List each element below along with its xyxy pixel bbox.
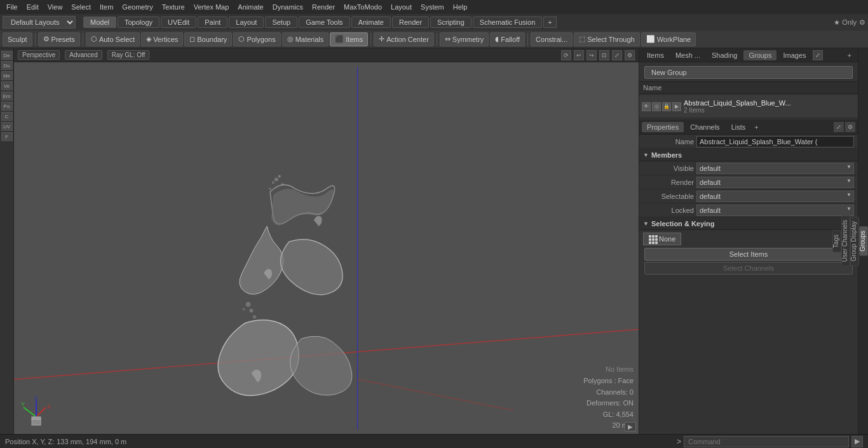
menu-animate[interactable]: Animate [234,2,267,12]
sidebar-btn-3[interactable]: Me [1,71,13,80]
menu-file[interactable]: File [3,2,22,12]
panel-tab-groups[interactable]: Groups [743,50,776,60]
menu-item[interactable]: Item [96,2,117,12]
tab-uvedit[interactable]: UVEdit [161,17,196,28]
props-tab-plus[interactable]: + [754,123,758,131]
presets-button[interactable]: ⚙ Presets [38,32,80,46]
viewport-advanced-btn[interactable]: Advanced [65,50,102,60]
workplane-button[interactable]: ⬜ WorkPlane [641,32,696,46]
tab-layout[interactable]: Layout [229,17,264,28]
materials-button[interactable]: ◎ Materials [282,32,329,46]
action-center-button[interactable]: ✛ Action Center [374,32,434,46]
polygons-button[interactable]: ⬡ Polygons [233,32,280,46]
panel-tab-images[interactable]: Images [778,50,811,60]
viewport-rotate-icon[interactable]: ⟳ [561,50,571,60]
menu-vertex-map[interactable]: Vertex Map [190,2,233,12]
sidebar-btn-1[interactable]: De [1,51,13,60]
strip-tab-groups[interactable]: Groups [859,226,868,256]
sculpt-button[interactable]: Sculpt [3,32,32,46]
gear-icon[interactable]: ⚙ [859,18,865,27]
tab-schematic-fusion[interactable]: Schematic Fusion [473,17,542,28]
strip-tab-user-channels[interactable]: User Channels [841,215,850,266]
auto-select-button[interactable]: ⬡ Auto Select [86,32,140,46]
group-render-icon[interactable]: ◎ [652,102,661,111]
command-input[interactable] [684,436,849,447]
menu-help[interactable]: Help [449,2,471,12]
group-arrow-icon[interactable]: ▶ [672,102,681,111]
command-run-button[interactable]: ▶ [851,436,863,447]
menu-texture[interactable]: Texture [158,2,189,12]
strip-tab-group-display[interactable]: Group Display [850,217,859,266]
layout-dropdown[interactable]: Default Layouts [3,16,76,29]
props-tab-lists[interactable]: Lists [726,122,751,132]
render-select[interactable]: default [696,177,854,188]
strip-tab-tags[interactable]: Tags [832,230,841,252]
menu-render[interactable]: Render [308,2,339,12]
viewport-undo-icon[interactable]: ↩ [574,50,584,60]
tab-topology[interactable]: Topology [118,17,159,28]
tab-paint[interactable]: Paint [198,17,227,28]
props-tab-properties[interactable]: Properties [642,122,684,132]
menu-edit[interactable]: Edit [23,2,43,12]
group-eye-icon[interactable]: 👁 [642,102,651,111]
menu-maxtomodo[interactable]: MaxToModo [340,2,386,12]
name-input[interactable] [696,136,854,147]
sidebar-btn-7[interactable]: C [1,112,13,121]
viewport-expand-btn[interactable]: ▶ [625,422,636,431]
viewport-expand-icon[interactable]: ⤢ [612,50,622,60]
symmetry-button[interactable]: ⇔ Symmetry [440,32,489,46]
viewport-fit-icon[interactable]: ⊡ [599,50,609,60]
panel-tab-mesh[interactable]: Mesh ... [670,50,705,60]
props-tab-channels[interactable]: Channels [685,122,724,132]
boundary-button[interactable]: ◻ Boundary [184,32,232,46]
tab-model[interactable]: Model [83,17,116,28]
select-items-button[interactable]: Select Items [644,248,853,261]
viewport-ray-gl-btn[interactable]: Ray GL: Off [107,50,150,60]
sidebar-btn-9[interactable]: F [1,132,13,141]
sidebar-btn-8[interactable]: UV [1,122,13,131]
select-through-button[interactable]: ⬚ Select Through [574,32,639,46]
members-section-header[interactable]: ▼ Members [639,149,858,161]
viewport-redo-icon[interactable]: ↪ [587,50,597,60]
tab-animate[interactable]: Animate [351,17,391,28]
menu-select[interactable]: Select [67,2,95,12]
panel-tab-items[interactable]: Items [642,50,669,60]
viewport-settings-icon[interactable]: ⚙ [625,50,635,60]
props-settings-icon[interactable]: ⚙ [845,122,855,132]
select-channels-button[interactable]: Select Channels [644,262,853,275]
menu-dynamics[interactable]: Dynamics [269,2,307,12]
tab-game-tools[interactable]: Game Tools [299,17,350,28]
group-item[interactable]: 👁 ◎ 🔒 ▶ Abstract_Liquid_Splash_Blue_W...… [639,95,858,118]
group-lock-icon[interactable]: 🔒 [662,102,671,111]
tab-setup[interactable]: Setup [265,17,297,28]
locked-select-wrap: default [696,205,854,216]
menu-geometry[interactable]: Geometry [118,2,156,12]
viewport-perspective-btn[interactable]: Perspective [18,50,60,60]
constraints-button[interactable]: Constrai... [531,32,573,46]
panel-expand-icon[interactable]: ⤢ [813,50,823,60]
menu-system[interactable]: System [417,2,448,12]
locked-select[interactable]: default [696,205,854,216]
items-button[interactable]: ⬛ Items [330,32,368,46]
new-group-button[interactable]: New Group [644,66,853,79]
menu-layout[interactable]: Layout [387,2,416,12]
sidebar-btn-5[interactable]: Em [1,92,13,100]
menu-view[interactable]: View [44,2,67,12]
tab-scripting[interactable]: Scripting [430,17,471,28]
panel-tab-shading[interactable]: Shading [707,50,742,60]
viewport[interactable]: Perspective Advanced Ray GL: Off ⟳ ↩ ↪ ⊡… [14,48,639,434]
sidebar-btn-4[interactable]: Ve [1,81,13,90]
items-label: Items [346,36,363,43]
none-button[interactable]: None [643,233,681,245]
falloff-button[interactable]: ◖ Falloff [490,32,525,46]
panel-tab-plus[interactable]: + [844,50,855,60]
tab-plus[interactable]: + [543,17,556,28]
selectable-select[interactable]: default [696,191,854,202]
selection-keying-header[interactable]: ▼ Selection & Keying [639,217,858,230]
sidebar-btn-2[interactable]: Du [1,61,13,70]
visible-select[interactable]: default on off [696,163,854,174]
props-expand-icon[interactable]: ⤢ [834,122,844,132]
tab-render[interactable]: Render [392,17,429,28]
vertices-button[interactable]: ◈ Vertices [141,32,183,46]
sidebar-btn-6[interactable]: Po [1,102,13,111]
